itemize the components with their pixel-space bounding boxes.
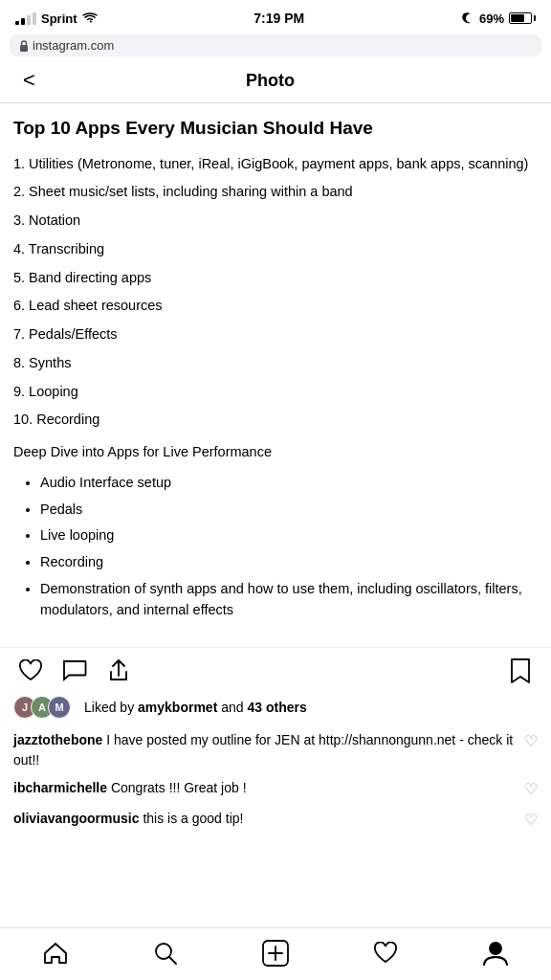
likes-text: Liked by amykbormet and 43 others	[84, 700, 307, 715]
nav-profile-button[interactable]	[473, 938, 518, 969]
bookmark-button[interactable]	[507, 657, 534, 684]
svg-point-7	[490, 943, 501, 954]
back-button[interactable]: <	[15, 66, 43, 95]
likes-prefix: Liked by	[84, 700, 134, 715]
action-icons-left	[17, 657, 132, 684]
list-item-7: 7. Pedals/Effects	[13, 324, 538, 345]
list-item-8: 8. Synths	[13, 353, 538, 374]
section-header: Deep Dive into Apps for Live Performance	[13, 442, 538, 463]
comment-username-2[interactable]: ibcharmichelle	[13, 780, 107, 795]
svg-line-2	[169, 957, 176, 964]
list-item-4: 4. Transcribing	[13, 239, 538, 260]
bullet-item-5: Demonstration of synth apps and how to u…	[40, 579, 538, 621]
bullet-item-4: Recording	[40, 552, 538, 573]
likes-row: J A M Liked by amykbormet and 43 others	[0, 694, 551, 726]
carrier-label: Sprint	[41, 11, 77, 26]
nav-bar: < Photo	[0, 58, 551, 103]
status-right: 69%	[461, 11, 536, 26]
comment-row-1: jazztothebone I have posted my outline f…	[13, 730, 538, 770]
action-bar	[0, 647, 551, 694]
list-item-2: 2. Sheet music/set lists, including shar…	[13, 182, 538, 203]
signal-icon	[15, 12, 36, 25]
wifi-icon	[82, 12, 98, 24]
page-title: Photo	[246, 71, 295, 91]
moon-icon	[461, 11, 474, 25]
list-item-6: 6. Lead sheet resources	[13, 296, 538, 317]
nav-heart-button[interactable]	[363, 938, 408, 969]
nav-add-button[interactable]	[253, 938, 298, 969]
share-button[interactable]	[105, 657, 132, 684]
likes-count[interactable]: 43 others	[247, 700, 306, 715]
list-item-10: 10. Recording	[13, 410, 538, 431]
battery-icon	[509, 12, 536, 24]
comment-row-3: oliviavangoormusic this is a good tip! ♡	[13, 809, 538, 832]
bullet-item-1: Audio Interface setup	[40, 473, 538, 494]
battery-label: 69%	[479, 11, 504, 26]
comment-heart-1[interactable]: ♡	[524, 730, 538, 753]
comment-username-1[interactable]: jazztothebone	[13, 732, 102, 747]
url-text: instagram.com	[33, 38, 114, 53]
url-bar[interactable]: instagram.com	[10, 34, 541, 56]
bullet-list: Audio Interface setup Pedals Live loopin…	[13, 473, 538, 621]
list-item-5: 5. Band directing apps	[13, 268, 538, 289]
bullet-item-2: Pedals	[40, 500, 538, 521]
comment-text-1: jazztothebone I have posted my outline f…	[13, 730, 517, 770]
status-left: Sprint	[15, 11, 98, 26]
bullet-item-3: Live looping	[40, 525, 538, 546]
comment-heart-2[interactable]: ♡	[524, 778, 538, 801]
post-content: Top 10 Apps Every Musician Should Have 1…	[0, 103, 551, 639]
comment-row-2: ibcharmichelle Congrats !!! Great job ! …	[13, 778, 538, 801]
list-item-1: 1. Utilities (Metronome, tuner, iReal, i…	[13, 154, 538, 175]
comment-text-2: ibcharmichelle Congrats !!! Great job !	[13, 778, 517, 798]
comment-username-3[interactable]: oliviavangoormusic	[13, 811, 139, 826]
list-item-9: 9. Looping	[13, 382, 538, 403]
bottom-nav	[0, 927, 551, 980]
liked-by-user[interactable]: amykbormet	[138, 700, 217, 715]
avatar-3: M	[48, 696, 71, 719]
likes-suffix: and	[221, 700, 247, 715]
post-title: Top 10 Apps Every Musician Should Have	[13, 117, 538, 141]
status-bar: Sprint 7:19 PM 69%	[0, 0, 551, 34]
avatar-group: J A M	[13, 696, 71, 719]
nav-home-button[interactable]	[33, 938, 78, 969]
lock-icon	[19, 40, 29, 52]
like-button[interactable]	[17, 657, 44, 684]
comment-button[interactable]	[61, 657, 88, 684]
nav-search-button[interactable]	[143, 938, 188, 969]
list-item-3: 3. Notation	[13, 211, 538, 232]
svg-rect-0	[20, 45, 28, 52]
comments-section: jazztothebone I have posted my outline f…	[0, 726, 551, 843]
comment-text-3: oliviavangoormusic this is a good tip!	[13, 809, 517, 829]
status-time: 7:19 PM	[253, 11, 304, 26]
comment-heart-3[interactable]: ♡	[524, 809, 538, 832]
